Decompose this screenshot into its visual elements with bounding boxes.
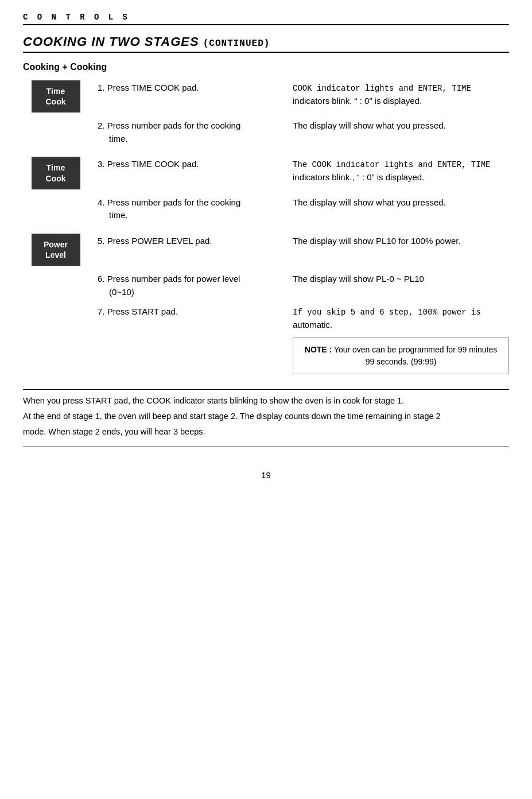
step-row-3: Time Cook 3. Press TIME COOK pad. The CO… <box>23 157 509 189</box>
step-text-4b: time. <box>98 209 281 222</box>
result-text-1: COOK indicator lights and ENTER, TIME <box>293 84 471 93</box>
step-text-2b: time. <box>98 133 281 146</box>
note-box: NOTE : Your oven can be programmed for 9… <box>293 338 509 374</box>
note-text: Your oven can be programmed for 99 minut… <box>334 345 497 366</box>
result-col-2: The display will show what you pressed. <box>293 118 509 133</box>
step-text-7: 7. Press START pad. <box>98 307 178 316</box>
step-col-5: 5. Press POWER LEVEL pad. <box>98 234 293 248</box>
step-col-6: 6. Press number pads for power level (0~… <box>98 271 293 298</box>
section-heading: Cooking + Cooking <box>23 62 509 72</box>
button-line1-5: Power <box>40 239 72 250</box>
controls-header: C O N T R O L S <box>23 11 509 25</box>
result-text-6: The display will show PL-0 ~ PL10 <box>293 274 424 284</box>
step-row-7: 7. Press START pad. If you skip 5 and 6 … <box>23 304 509 374</box>
result-text-7a: If you skip 5 and 6 step, 100% power is <box>293 308 481 317</box>
result-col-6: The display will show PL-0 ~ PL10 <box>293 271 509 286</box>
step-row-1: Time Cook 1. Press TIME COOK pad. COOK i… <box>23 80 509 113</box>
title-rule <box>23 52 509 53</box>
content-area: Time Cook 1. Press TIME COOK pad. COOK i… <box>23 80 509 380</box>
bottom-rule <box>23 389 509 390</box>
step-row-5: Power Level 5. Press POWER LEVEL pad. Th… <box>23 234 509 266</box>
step-row-6: 6. Press number pads for power level (0~… <box>23 271 509 298</box>
button-col-3: Time Cook <box>23 157 98 189</box>
button-line1-1: Time <box>40 86 72 96</box>
step-col-2: 2. Press number pads for the cooking tim… <box>98 118 293 145</box>
step-text-1: 1. Press TIME COOK pad. <box>98 83 199 92</box>
step-row-2: 2. Press number pads for the cooking tim… <box>23 118 509 145</box>
button-col-1: Time Cook <box>23 80 98 113</box>
result-col-4: The display will show what you pressed. <box>293 195 509 210</box>
bottom-rule2 <box>23 447 509 447</box>
step-row-4: 4. Press number pads for the cooking tim… <box>23 195 509 222</box>
footer-line3: mode. When stage 2 ends, you will hear 3… <box>23 425 509 439</box>
step-text-3: 3. Press TIME COOK pad. <box>98 159 199 169</box>
button-line1-3: Time <box>40 162 72 173</box>
time-cook-button-2: Time Cook <box>32 157 80 189</box>
page-number: 19 <box>23 470 509 480</box>
button-line2-1: Cook <box>40 96 72 107</box>
result-col-1: COOK indicator lights and ENTER, TIME in… <box>293 80 509 108</box>
result-text-3a: The COOK indicator lights and ENTER, TIM… <box>293 160 490 169</box>
result-text-2: The display will show what you pressed. <box>293 121 446 130</box>
step-col-1: 1. Press TIME COOK pad. <box>98 80 293 95</box>
note-label: NOTE : <box>305 345 332 354</box>
result-text-5: The display will show PL10 for 100% powe… <box>293 236 461 246</box>
footer-line2: At the end of stage 1, the oven will bee… <box>23 410 509 423</box>
result-col-3: The COOK indicator lights and ENTER, TIM… <box>293 157 509 184</box>
step-col-3: 3. Press TIME COOK pad. <box>98 157 293 171</box>
power-level-button: Power Level <box>32 234 80 266</box>
controls-label: C O N T R O L S <box>23 13 130 25</box>
step-col-4: 4. Press number pads for the cooking tim… <box>98 195 293 222</box>
step-text-2a: 2. Press number pads for the cooking <box>98 119 281 133</box>
result-text-7b: automatic. <box>293 320 332 329</box>
button-line2-5: Level <box>40 250 72 260</box>
footer-line1: When you press START pad, the COOK indic… <box>23 394 509 408</box>
time-cook-button-1: Time Cook <box>32 80 80 113</box>
result-text-4: The display will show what you pressed. <box>293 197 446 207</box>
main-title: COOKING IN TWO STAGES (CONTINUED) <box>23 34 509 49</box>
result-text-3b: indicators blink., “ : 0” is displayed. <box>293 172 424 182</box>
step-text-6b: (0~10) <box>98 286 281 299</box>
step-text-4a: 4. Press number pads for the cooking <box>98 196 281 210</box>
step-text-6a: 6. Press number pads for power level <box>98 273 281 286</box>
title-continued: (CONTINUED) <box>203 38 270 49</box>
step-col-7: 7. Press START pad. <box>98 304 293 319</box>
result-col-7: If you skip 5 and 6 step, 100% power is … <box>293 304 509 374</box>
step-text-5: 5. Press POWER LEVEL pad. <box>98 236 212 246</box>
button-line2-3: Cook <box>40 173 72 184</box>
result-col-5: The display will show PL10 for 100% powe… <box>293 234 509 248</box>
title-main: COOKING IN TWO STAGES <box>23 34 199 49</box>
result-text-1b: indicators blink. “ : 0” is displayed. <box>293 96 422 106</box>
button-col-5: Power Level <box>23 234 98 266</box>
